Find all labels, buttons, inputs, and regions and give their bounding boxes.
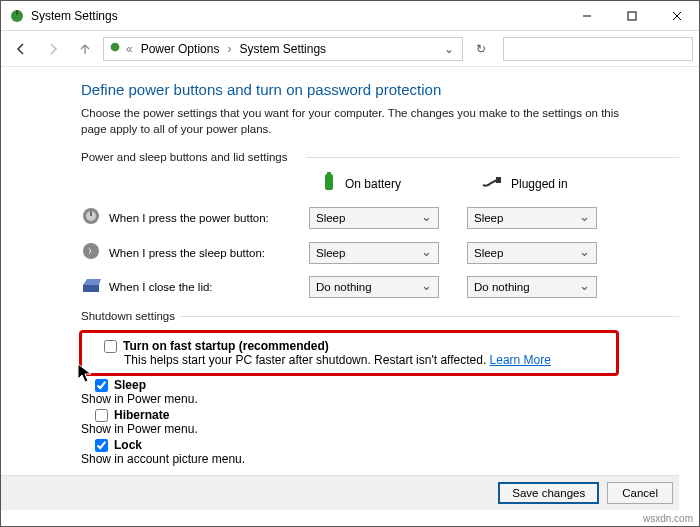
sleep-button-row: When I press the sleep button: Sleep Sle… [81,241,679,264]
svg-rect-14 [83,285,99,292]
page-subtext: Choose the power settings that you want … [81,106,641,137]
back-button[interactable] [7,35,35,63]
hibernate-checkbox[interactable] [95,409,108,422]
address-dropdown-icon[interactable]: ⌄ [440,42,458,56]
window-title: System Settings [31,9,118,23]
address-bar[interactable]: « Power Options › System Settings ⌄ [103,37,463,61]
hibernate-desc: Show in Power menu. [81,422,679,436]
svg-rect-9 [496,177,501,183]
svg-rect-7 [325,174,333,190]
lid-close-row: When I close the lid: Do nothing Do noth… [81,276,679,298]
lock-checkbox[interactable] [95,439,108,452]
title-bar: System Settings [1,1,699,31]
sleep-desc: Show in Power menu. [81,392,679,406]
svg-rect-3 [628,12,636,20]
breadcrumb-power-options[interactable]: Power Options [137,40,224,58]
chevron-right-icon: › [225,42,233,56]
shutdown-settings: Turn on fast startup (recommended) This … [81,330,679,466]
power-button-plugged-select[interactable]: Sleep [467,207,597,229]
fast-startup-checkbox[interactable] [104,340,117,353]
button-bar: Save changes Cancel [1,475,679,510]
lid-battery-select[interactable]: Do nothing [309,276,439,298]
up-button[interactable] [71,35,99,63]
watermark: wsxdn.com [643,513,693,524]
plug-icon [481,175,503,192]
svg-point-6 [111,43,120,52]
minimize-button[interactable] [564,1,609,31]
page-heading: Define power buttons and turn on passwor… [81,81,679,98]
battery-icon [321,171,337,196]
content-area: Define power buttons and turn on passwor… [1,67,699,466]
section-power-sleep-label: Power and sleep buttons and lid settings [81,151,679,163]
power-button-battery-select[interactable]: Sleep [309,207,439,229]
forward-button[interactable] [39,35,67,63]
lock-title: Lock [114,438,142,452]
power-button-row: When I press the power button: Sleep Sle… [81,206,679,229]
lid-plugged-select[interactable]: Do nothing [467,276,597,298]
refresh-button[interactable]: ↻ [467,42,495,56]
lock-desc: Show in account picture menu. [81,452,679,466]
hibernate-title: Hibernate [114,408,169,422]
fast-startup-highlight: Turn on fast startup (recommended) This … [79,330,619,376]
save-button[interactable]: Save changes [498,482,599,504]
app-icon [9,8,25,24]
lid-close-label: When I close the lid: [109,281,309,293]
sleep-button-label: When I press the sleep button: [109,247,309,259]
on-battery-header: On battery [321,171,451,196]
learn-more-link[interactable]: Learn More [490,353,551,367]
fast-startup-desc: This helps start your PC faster after sh… [124,353,490,367]
plugged-in-header: Plugged in [481,175,611,192]
maximize-button[interactable] [609,1,654,31]
sleep-checkbox[interactable] [95,379,108,392]
search-input[interactable] [503,37,693,61]
close-button[interactable] [654,1,699,31]
breadcrumb-system-settings[interactable]: System Settings [235,40,330,58]
column-headers: On battery Plugged in [321,171,679,196]
cancel-button[interactable]: Cancel [607,482,673,504]
nav-bar: « Power Options › System Settings ⌄ ↻ [1,31,699,67]
sleep-title: Sleep [114,378,146,392]
svg-rect-1 [16,10,18,15]
section-shutdown-label: Shutdown settings [81,310,679,322]
sleep-button-plugged-select[interactable]: Sleep [467,242,597,264]
fast-startup-title: Turn on fast startup (recommended) [123,339,329,353]
sleep-button-icon [81,241,109,264]
address-icon [108,40,122,57]
breadcrumb-sep-icon: « [124,42,135,56]
power-button-label: When I press the power button: [109,212,309,224]
lid-icon [81,277,109,298]
power-button-icon [81,206,109,229]
sleep-button-battery-select[interactable]: Sleep [309,242,439,264]
svg-rect-8 [327,172,331,175]
